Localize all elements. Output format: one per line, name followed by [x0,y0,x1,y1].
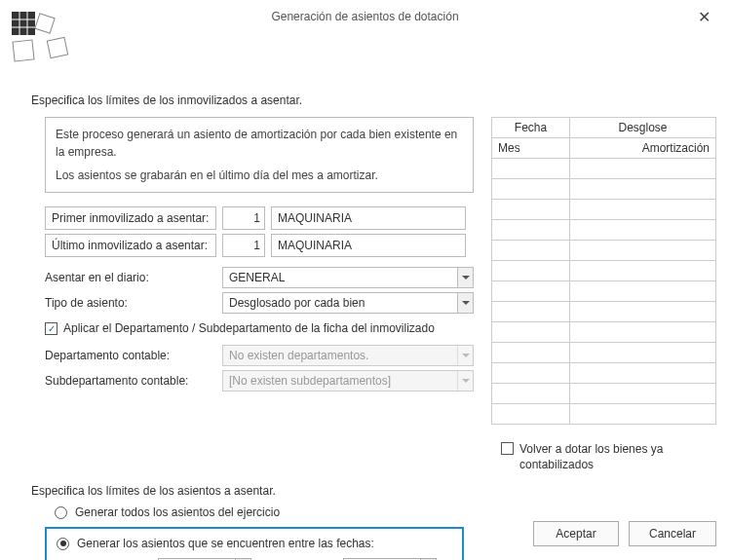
table-row [492,281,570,302]
app-logo [12,12,74,77]
subdept-label: Subdepartamento contable: [45,370,216,392]
table-row [492,261,570,281]
first-asset-label: Primer inmovilizado a asentar: [45,206,216,230]
entry-type-value: Desglosado por cada bien [223,293,457,313]
table-row [492,200,570,220]
col-desglose: Desglose [570,118,716,138]
table-row [492,384,570,404]
table-row [570,302,716,322]
redepreciate-checkbox[interactable] [501,442,514,455]
radio-all-entries[interactable] [55,506,67,519]
radio-between-dates[interactable] [57,538,69,550]
table-row [492,322,570,343]
table-row [492,404,570,425]
entry-type-label: Tipo de asiento: [45,292,216,314]
table-row [492,220,570,241]
diary-label: Asentar en el diario: [45,267,216,288]
cancel-button[interactable]: Cancelar [629,521,716,546]
info-line2: Los asientos se grabarán en el último dí… [56,167,463,184]
radio-between-label: Generar los asientos que se encuentren e… [77,537,374,550]
table-row [492,363,570,384]
table-row [570,281,716,302]
last-asset-name[interactable]: MAQUINARIA [271,234,466,257]
close-icon[interactable]: ✕ [692,6,716,28]
svg-rect-1 [35,14,55,33]
info-line1: Este proceso generará un asiento de amor… [56,126,463,161]
section-limits-entries: Especifica los límites de los asientos a… [31,484,716,498]
cell-amort: Amortización [570,138,716,159]
dept-combo: No existen departamentos. [222,345,474,366]
table-row [570,363,716,384]
diary-combo[interactable]: GENERAL [222,267,474,288]
table-row [570,343,716,363]
chevron-down-icon[interactable] [457,268,473,287]
table-row [492,179,570,200]
first-asset-number[interactable]: 1 [222,206,265,230]
table-row [492,302,570,322]
dept-value: No existen departamentos. [223,346,457,365]
table-row [492,241,570,261]
redepreciate-label: Volver a dotar los bienes ya contabiliza… [519,442,695,472]
diary-value: GENERAL [223,268,457,287]
svg-rect-2 [47,37,67,57]
apply-dept-checkbox[interactable]: ✓ [45,322,58,335]
apply-dept-label: Aplicar el Departamento / Subdepartament… [63,321,435,335]
table-row [570,200,716,220]
last-asset-number[interactable]: 1 [222,234,265,257]
table-row [492,343,570,363]
subdept-combo: [No existen subdepartamentos] [222,370,474,392]
first-asset-name[interactable]: MAQUINARIA [271,206,466,230]
chevron-down-icon [457,371,473,391]
chevron-down-icon [457,346,473,365]
radio-all-label: Generar todos los asientos del ejercicio [75,505,280,519]
section-limits-assets: Especifica los límites de los inmoviliza… [31,93,716,107]
table-row [570,220,716,241]
chevron-down-icon[interactable] [457,293,473,313]
dept-label: Departamento contable: [45,345,216,366]
accept-button[interactable]: Aceptar [533,521,619,546]
table-row [570,384,716,404]
svg-rect-0 [13,40,34,61]
table-row [570,404,716,425]
svg-rect-3 [12,12,35,35]
table-row [570,179,716,200]
date-range-group: Generar los asientos que se encuentren e… [45,527,464,560]
table-row [570,159,716,179]
dialog-title: Generación de asientos de dotación [14,8,716,23]
last-asset-label: Último inmovilizado a asentar: [45,234,216,257]
breakdown-table: Fecha Desglose Mes Amortización [491,117,716,425]
table-row [492,159,570,179]
cell-mes: Mes [492,138,570,159]
subdept-value: [No existen subdepartamentos] [223,371,457,391]
table-row [570,261,716,281]
entry-type-combo[interactable]: Desglosado por cada bien [222,292,474,314]
info-box: Este proceso generará un asiento de amor… [45,117,474,193]
table-row [570,322,716,343]
table-row [570,241,716,261]
col-fecha: Fecha [492,118,570,138]
